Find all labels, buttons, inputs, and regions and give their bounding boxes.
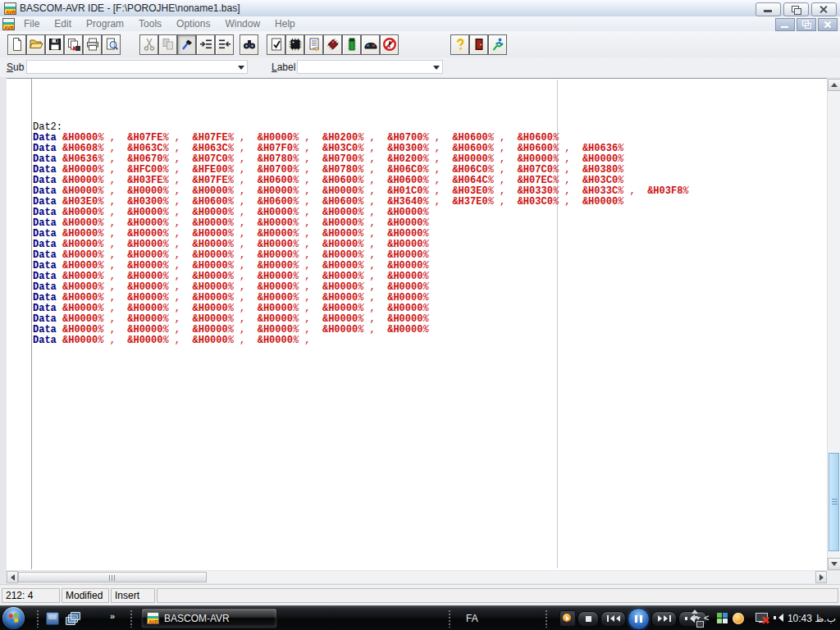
print-preview-icon: [104, 37, 119, 52]
scroll-left-button[interactable]: [7, 571, 18, 583]
minimize-button[interactable]: [756, 2, 781, 16]
chevron-down-icon[interactable]: [238, 66, 244, 73]
tray-app-icon[interactable]: [717, 613, 728, 624]
scroll-right-button[interactable]: [815, 571, 827, 583]
copy-button[interactable]: [158, 34, 177, 55]
switch-windows-icon[interactable]: [66, 612, 79, 625]
scroll-up-button[interactable]: [828, 79, 840, 91]
check-page-icon: [269, 37, 284, 52]
open-folder-icon: [29, 37, 43, 52]
menu-help[interactable]: Help: [267, 18, 303, 30]
print-preview-button[interactable]: [102, 34, 121, 55]
insert-mode-indicator: Insert: [111, 588, 155, 603]
paint-brush-icon: [180, 37, 194, 52]
restore-mini-icon[interactable]: [696, 621, 704, 628]
mdi-close-button[interactable]: [818, 18, 838, 31]
restore-button[interactable]: [783, 2, 809, 16]
find-button[interactable]: [240, 34, 258, 55]
media-pause-button[interactable]: [628, 608, 650, 630]
bascom-taskbar-icon: AVR: [147, 612, 159, 624]
help-question-icon: [453, 37, 468, 52]
pause-icon: [635, 615, 637, 623]
terminal-button[interactable]: [361, 34, 380, 55]
horizontal-scrollbar-thumb[interactable]: [18, 572, 207, 582]
menu-window[interactable]: Window: [217, 18, 267, 30]
status-message: [157, 588, 838, 603]
tray-chevron[interactable]: <: [704, 613, 709, 623]
toolbar-group: [450, 34, 507, 55]
toolbar-group: [139, 34, 234, 55]
stop-sign-icon: [382, 37, 397, 52]
taskbar-grip: [36, 609, 39, 628]
arrow-up-icon: [692, 606, 698, 614]
menu-program[interactable]: Program: [79, 18, 131, 30]
stop-icon: [586, 616, 591, 622]
open-file-button[interactable]: [26, 34, 45, 55]
simulate-button[interactable]: [342, 34, 361, 55]
taskbar-item-bascom[interactable]: AVR BASCOM-AVR: [141, 608, 277, 628]
syntax-check-button[interactable]: [267, 34, 285, 55]
chip-black-icon: [288, 37, 303, 52]
status-bar: 212: 4 Modified Insert: [0, 584, 840, 606]
media-stop-button[interactable]: [578, 611, 599, 627]
save-file-button[interactable]: [45, 34, 64, 55]
indent-left-icon: [217, 37, 232, 52]
show-desktop-icon[interactable]: [46, 612, 59, 625]
media-next-button[interactable]: [651, 611, 677, 627]
app-icon: AVR: [4, 2, 16, 15]
windows-flag-icon: [8, 613, 18, 623]
stop-button[interactable]: [380, 34, 399, 55]
toolbar-group: [7, 34, 121, 55]
copy-pages-icon: [161, 37, 176, 52]
tray-orange-icon[interactable]: [733, 613, 744, 624]
format-paint-button[interactable]: [177, 34, 196, 55]
show-result-button[interactable]: [304, 34, 323, 55]
overflow-chevron[interactable]: »: [110, 611, 115, 621]
taskbar: » AVR BASCOM-AVR FA < 10:43: [0, 605, 840, 630]
menu-edit[interactable]: Edit: [47, 18, 79, 30]
cut-button[interactable]: [139, 34, 158, 55]
close-button[interactable]: [811, 2, 837, 16]
screen: { "window": { "title": "BASCOM-AVR IDE -…: [0, 0, 840, 630]
help-button[interactable]: [450, 34, 469, 55]
language-indicator[interactable]: FA: [466, 613, 478, 624]
label-combobox[interactable]: [297, 60, 443, 74]
new-file-button[interactable]: [7, 34, 26, 55]
program-chip-button[interactable]: [323, 34, 342, 55]
printer-icon: [85, 37, 100, 52]
taskbar-clock[interactable]: 10:43 ب.ظ: [788, 613, 836, 624]
mdi-minimize-button[interactable]: [775, 18, 795, 31]
save-as-button[interactable]: [64, 34, 83, 55]
toolbar-expand-control[interactable]: [692, 609, 698, 620]
modified-indicator: Modified: [62, 588, 109, 603]
scroll-down-button[interactable]: [828, 558, 840, 570]
save-floppy-icon: [48, 37, 62, 52]
compile-button[interactable]: [285, 34, 304, 55]
sub-combobox[interactable]: [26, 60, 248, 74]
indent-right-icon: [199, 37, 213, 52]
unindent-button[interactable]: [215, 34, 234, 55]
start-button[interactable]: [2, 607, 25, 629]
mdi-minimize-icon: [781, 26, 788, 28]
run-button[interactable]: [488, 34, 507, 55]
media-player-toolbar: [559, 608, 707, 629]
vertical-scrollbar-thumb[interactable]: [829, 453, 839, 551]
menu-tools[interactable]: Tools: [131, 18, 169, 30]
menu-bar: AVR FileEditProgramToolsOptionsWindowHel…: [0, 16, 840, 32]
network-disconnected-icon[interactable]: [756, 613, 769, 624]
print-button[interactable]: [83, 34, 102, 55]
mdi-restore-button[interactable]: [797, 18, 816, 31]
chevron-down-icon[interactable]: [433, 66, 440, 73]
save-all-icon: [66, 37, 81, 52]
title-bar: AVR BASCOM-AVR IDE - [F:\POROJHE\noname1…: [0, 0, 840, 17]
vertical-scrollbar[interactable]: [827, 79, 840, 570]
exit-button[interactable]: [469, 34, 488, 55]
code-line[interactable]: Data &H0000% , &H0000% , &H0000% , &H000…: [33, 336, 689, 346]
wmp-icon[interactable]: [559, 610, 576, 627]
arrow-left-icon: [7, 574, 15, 581]
media-previous-button[interactable]: [600, 611, 626, 627]
horizontal-scrollbar[interactable]: [7, 571, 827, 583]
menu-file[interactable]: File: [16, 18, 47, 30]
menu-options[interactable]: Options: [169, 18, 217, 30]
indent-button[interactable]: [196, 34, 215, 55]
